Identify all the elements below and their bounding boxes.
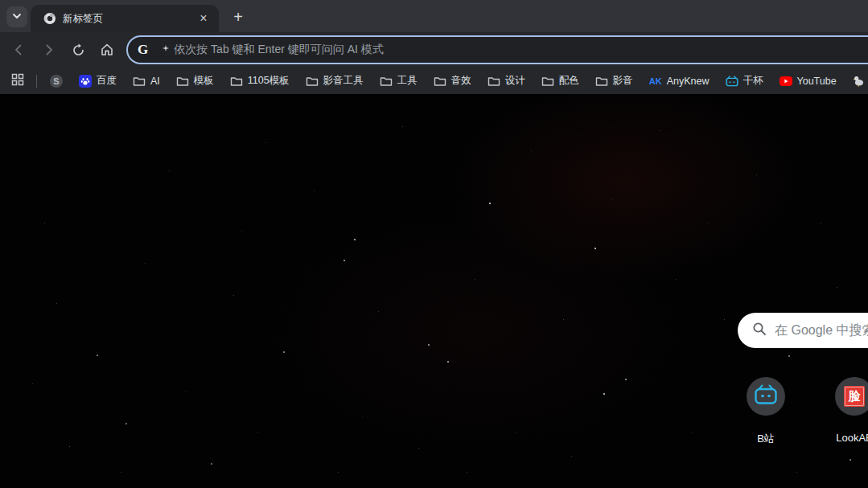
- apps-grid-button[interactable]: [6, 70, 29, 92]
- bookmark-folder-ai[interactable]: AI: [127, 72, 166, 90]
- shortcut-tile: [747, 377, 785, 416]
- toolbar: G 依次按 Tab 键和 Enter 键即可问问 AI 模式: [0, 32, 868, 68]
- duck-icon: [853, 75, 866, 88]
- tab-search-button[interactable]: [6, 6, 27, 27]
- forward-button[interactable]: [37, 38, 61, 62]
- folder-icon: [487, 75, 500, 88]
- google-g-icon: G: [138, 42, 148, 58]
- new-tab-button[interactable]: +: [228, 7, 249, 28]
- shortcut-tile: 脸: [835, 377, 868, 416]
- reload-button[interactable]: [66, 38, 90, 62]
- folder-icon: [595, 75, 608, 88]
- tab-strip: 新标签页 × +: [0, 0, 868, 32]
- shortcut-label: B站: [757, 432, 775, 446]
- reload-icon: [72, 43, 85, 57]
- bookmarks-bar: S 百度 AI 模板 1105模板 影音工具: [0, 68, 868, 94]
- site-favicon-icon: S: [50, 75, 63, 88]
- google-search-box[interactable]: [738, 313, 868, 348]
- omnibox-hint-text: 依次按 Tab 键和 Enter 键即可问问 AI 模式: [174, 43, 384, 57]
- back-icon: [11, 43, 26, 57]
- chevron-down-icon: [12, 10, 22, 24]
- bilibili-tv-icon: [726, 75, 738, 88]
- bookmark-site[interactable]: S: [44, 72, 68, 90]
- bookmark-catch-fish[interactable]: 抓鱼: [847, 72, 868, 90]
- bookmark-folder-sound-fx[interactable]: 音效: [428, 72, 477, 90]
- folder-icon: [380, 75, 393, 88]
- apps-grid-icon: [11, 73, 24, 86]
- omnibox[interactable]: G 依次按 Tab 键和 Enter 键即可问问 AI 模式: [126, 35, 868, 64]
- search-input[interactable]: [775, 323, 868, 338]
- ai-sparkle-icon: [162, 40, 169, 55]
- folder-icon: [541, 75, 554, 88]
- bilibili-tv-icon: [754, 384, 778, 408]
- anyknew-icon: AK: [649, 75, 662, 88]
- folder-icon: [176, 75, 189, 88]
- tab-title: 新标签页: [63, 12, 196, 26]
- shortcut-label: LookAE: [836, 432, 868, 444]
- bookmark-folder-tools[interactable]: 工具: [374, 72, 423, 90]
- bookmark-folder-color[interactable]: 配色: [536, 72, 585, 90]
- forward-icon: [42, 43, 56, 57]
- bookmark-baidu[interactable]: 百度: [73, 72, 122, 90]
- browser-window: 新标签页 × + G 依次按 Tab 键和 Ente: [0, 0, 868, 488]
- bookmark-folder-design[interactable]: 设计: [482, 72, 531, 90]
- new-tab-page: B站 脸 LookAE: [0, 94, 868, 488]
- shortcut-bilibili[interactable]: B站: [730, 377, 802, 446]
- close-tab-icon[interactable]: ×: [196, 11, 211, 26]
- back-button[interactable]: [6, 38, 31, 62]
- bookmark-folder-av-tools[interactable]: 影音工具: [300, 72, 369, 90]
- folder-icon: [434, 75, 446, 88]
- tab-new-tab-page[interactable]: 新标签页 ×: [31, 5, 219, 32]
- shortcut-lookae[interactable]: 脸 LookAE: [818, 377, 868, 444]
- bookmark-folder-1105-templates[interactable]: 1105模板: [224, 72, 295, 90]
- chrome-icon: [43, 12, 56, 25]
- home-button[interactable]: [95, 38, 119, 62]
- home-icon: [100, 43, 114, 57]
- lookae-face-icon: 脸: [844, 386, 865, 407]
- folder-icon: [306, 75, 319, 88]
- baidu-icon: [79, 75, 92, 88]
- bookmark-bilibili[interactable]: 干杯: [720, 72, 769, 90]
- youtube-icon: [780, 76, 792, 86]
- bookmarks-divider: [36, 75, 37, 88]
- bookmark-folder-templates[interactable]: 模板: [171, 72, 220, 90]
- search-icon: [752, 322, 767, 339]
- folder-icon: [230, 75, 243, 88]
- folder-icon: [133, 75, 146, 88]
- bookmark-youtube[interactable]: YouTube: [774, 73, 842, 89]
- bookmark-folder-av[interactable]: 影音: [590, 72, 639, 90]
- bookmark-anyknew[interactable]: AK AnyKnew: [644, 72, 715, 90]
